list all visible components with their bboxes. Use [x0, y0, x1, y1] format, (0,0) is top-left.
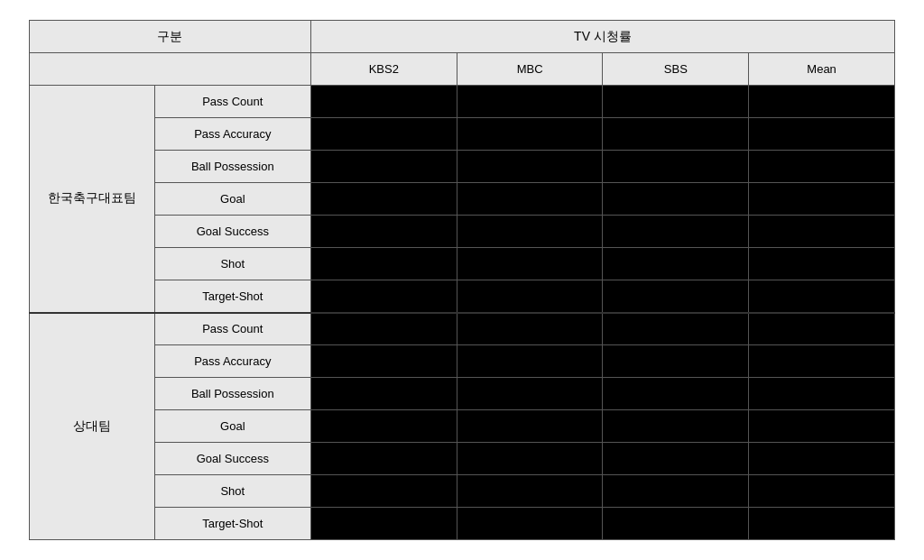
- data-cell-1-0-3: [749, 313, 895, 345]
- data-cell-1-0-0: [310, 313, 457, 345]
- data-cell-0-1-0: [310, 118, 457, 151]
- data-cell-1-2-0: [310, 378, 457, 410]
- data-cell-0-5-3: [749, 248, 895, 280]
- row-label-0-1: Pass Accuracy: [154, 118, 310, 151]
- col-header-tv: TV 시청률: [310, 21, 894, 53]
- data-cell-1-1-1: [457, 345, 603, 378]
- data-cell-0-6-0: [310, 280, 457, 313]
- data-cell-0-4-2: [603, 216, 749, 248]
- data-cell-0-3-1: [457, 183, 603, 216]
- row-label-0-5: Shot: [154, 248, 310, 280]
- data-cell-1-6-2: [603, 508, 749, 540]
- data-cell-1-5-1: [457, 475, 603, 508]
- row-label-1-0: Pass Count: [154, 313, 310, 345]
- data-cell-0-4-0: [310, 216, 457, 248]
- col-header-gubun: 구분: [30, 21, 311, 53]
- data-cell-1-2-1: [457, 378, 603, 410]
- data-cell-1-3-1: [457, 410, 603, 443]
- group-label-1: 상대팀: [30, 313, 155, 540]
- main-table: 구분 TV 시청률 KBS2 MBC SBS Mean 한국축구대표팀Pass …: [29, 20, 895, 540]
- data-cell-0-3-0: [310, 183, 457, 216]
- data-cell-0-2-0: [310, 151, 457, 183]
- col-header-mean: Mean: [749, 53, 895, 86]
- data-cell-0-1-1: [457, 118, 603, 151]
- table-wrapper: 구분 TV 시청률 KBS2 MBC SBS Mean 한국축구대표팀Pass …: [29, 20, 895, 540]
- row-label-1-5: Shot: [154, 475, 310, 508]
- data-cell-1-4-3: [749, 443, 895, 475]
- data-cell-1-4-2: [603, 443, 749, 475]
- data-cell-1-1-2: [603, 345, 749, 378]
- row-label-0-2: Ball Possession: [154, 151, 310, 183]
- row-label-1-4: Goal Success: [154, 443, 310, 475]
- data-cell-1-2-3: [749, 378, 895, 410]
- data-cell-1-6-3: [749, 508, 895, 540]
- row-label-0-6: Target-Shot: [154, 280, 310, 313]
- data-cell-0-2-1: [457, 151, 603, 183]
- row-label-1-1: Pass Accuracy: [154, 345, 310, 378]
- data-cell-1-1-0: [310, 345, 457, 378]
- data-cell-0-5-2: [603, 248, 749, 280]
- row-label-0-3: Goal: [154, 183, 310, 216]
- data-cell-0-2-2: [603, 151, 749, 183]
- col-header-gubun-sub: [30, 53, 311, 86]
- data-cell-1-4-0: [310, 443, 457, 475]
- data-cell-1-0-1: [457, 313, 603, 345]
- data-cell-1-1-3: [749, 345, 895, 378]
- data-cell-1-3-0: [310, 410, 457, 443]
- data-cell-1-5-2: [603, 475, 749, 508]
- data-cell-0-5-0: [310, 248, 457, 280]
- data-cell-0-4-3: [749, 216, 895, 248]
- row-label-0-4: Goal Success: [154, 216, 310, 248]
- data-cell-0-5-1: [457, 248, 603, 280]
- row-label-1-6: Target-Shot: [154, 508, 310, 540]
- data-cell-0-3-2: [603, 183, 749, 216]
- data-cell-0-6-2: [603, 280, 749, 313]
- col-header-mbc: MBC: [457, 53, 603, 86]
- data-cell-0-0-3: [749, 86, 895, 118]
- data-cell-0-4-1: [457, 216, 603, 248]
- row-label-1-2: Ball Possession: [154, 378, 310, 410]
- col-header-kbs2: KBS2: [310, 53, 457, 86]
- data-cell-1-6-1: [457, 508, 603, 540]
- col-header-sbs: SBS: [603, 53, 749, 86]
- data-cell-1-6-0: [310, 508, 457, 540]
- data-cell-1-3-2: [603, 410, 749, 443]
- data-cell-0-3-3: [749, 183, 895, 216]
- group-label-0: 한국축구대표팀: [30, 86, 155, 313]
- data-cell-0-1-2: [603, 118, 749, 151]
- data-cell-0-0-2: [603, 86, 749, 118]
- data-cell-0-2-3: [749, 151, 895, 183]
- data-cell-0-6-1: [457, 280, 603, 313]
- data-cell-0-1-3: [749, 118, 895, 151]
- data-cell-1-2-2: [603, 378, 749, 410]
- row-label-0-0: Pass Count: [154, 86, 310, 118]
- data-cell-0-6-3: [749, 280, 895, 313]
- data-cell-1-5-0: [310, 475, 457, 508]
- data-cell-0-0-1: [457, 86, 603, 118]
- data-cell-0-0-0: [310, 86, 457, 118]
- data-cell-1-3-3: [749, 410, 895, 443]
- data-cell-1-0-2: [603, 313, 749, 345]
- row-label-1-3: Goal: [154, 410, 310, 443]
- data-cell-1-5-3: [749, 475, 895, 508]
- data-cell-1-4-1: [457, 443, 603, 475]
